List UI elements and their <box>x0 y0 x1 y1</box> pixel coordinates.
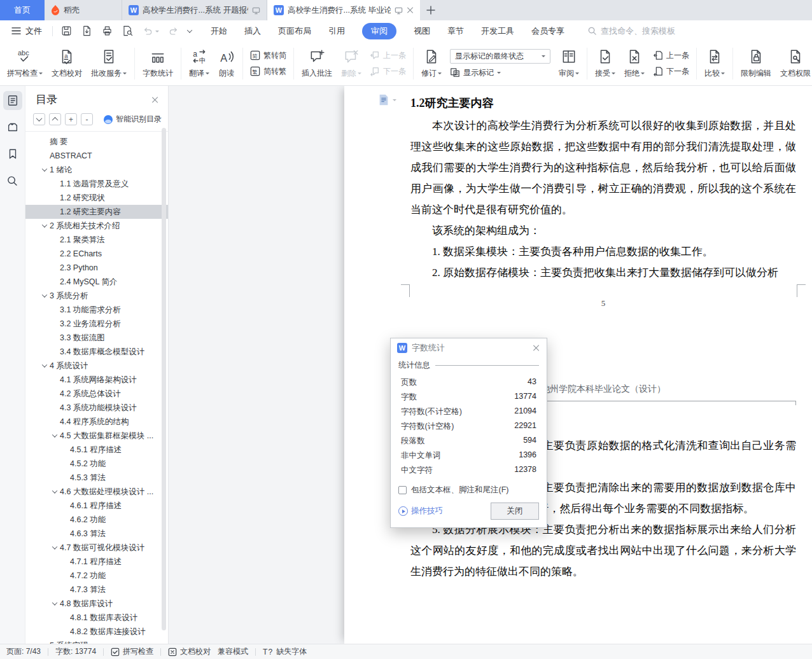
word-count-dialog-titlebar[interactable]: W 字数统计 <box>391 338 547 357</box>
menu-item-insert[interactable]: 插入 <box>244 25 261 37</box>
toc-item[interactable]: 5 系统实现 <box>25 639 168 644</box>
reject-change-button[interactable]: 拒绝 <box>620 43 649 84</box>
next-comment-button[interactable]: 下一条 <box>370 66 406 77</box>
paragraph-layout-button[interactable] <box>377 94 396 106</box>
tips-link[interactable]: 操作技巧 <box>398 506 443 517</box>
review-pane-button[interactable]: 审阅 <box>554 43 584 84</box>
next-change-button[interactable]: 下一条 <box>653 66 689 77</box>
print-button[interactable] <box>101 25 113 37</box>
toc-item[interactable]: 摘 要 <box>25 135 168 149</box>
toc-item[interactable]: 4.8 数据库设计 <box>25 597 168 611</box>
menu-item-page-layout[interactable]: 页面布局 <box>278 25 311 37</box>
toc-item[interactable]: 4.4 程序系统的结构 <box>25 415 168 429</box>
smart-recognize-toc-button[interactable]: 智能识别目录 <box>104 114 162 125</box>
delete-comment-button[interactable]: 删除 <box>337 43 366 84</box>
tab-docer[interactable]: 稻壳 <box>45 0 122 20</box>
simp-to-trad-button[interactable]: 繁 简转繁 <box>250 66 286 77</box>
toc-item[interactable]: 2.4 MySQL 简介 <box>25 275 168 289</box>
close-dialog-icon[interactable] <box>533 344 540 352</box>
customize-toolbar-chevron-icon[interactable] <box>188 29 192 33</box>
doc-proof-button[interactable]: a 文档校对 <box>47 43 87 84</box>
toc-item[interactable]: 4.7.1 程序描述 <box>25 555 168 569</box>
status-missing-font[interactable]: T? 缺失字体 <box>263 646 307 657</box>
show-markup-button[interactable]: 显示标记 <box>450 67 550 78</box>
toc-item[interactable]: 3 系统分析 <box>25 289 168 303</box>
toc-item[interactable]: 1.1 选题背景及意义 <box>25 177 168 191</box>
command-search[interactable]: 查找命令、搜索模板 <box>587 25 675 37</box>
toc-item[interactable]: 1.2 研究现状 <box>25 191 168 205</box>
toc-item[interactable]: 3.4 数据库概念模型设计 <box>25 345 168 359</box>
toc-collapse-chevron-icon[interactable] <box>50 434 60 438</box>
toc-item[interactable]: 4.7.2 功能 <box>25 569 168 583</box>
save-button[interactable] <box>60 25 73 37</box>
toc-item[interactable]: 4.1 系统网络架构设计 <box>25 373 168 387</box>
comments-panel-button[interactable] <box>3 118 22 137</box>
search-panel-button[interactable] <box>3 171 22 190</box>
close-dialog-button[interactable]: 关闭 <box>491 503 539 520</box>
menu-item-references[interactable]: 引用 <box>328 25 345 37</box>
close-toc-panel-icon[interactable] <box>151 96 159 104</box>
toc-item[interactable]: 4.6 大数据处理模块设计 ... <box>25 485 168 499</box>
collapse-level-button[interactable]: - <box>81 113 93 125</box>
tab-document-1[interactable]: W 高校学生消费行...系统 开题报告 <box>122 0 267 20</box>
word-count-button[interactable]: 字数统计 <box>138 43 178 84</box>
toc-item[interactable]: 3.2 业务流程分析 <box>25 317 168 331</box>
insert-comment-button[interactable]: 插入批注 <box>297 43 337 84</box>
toc-item[interactable]: 4.8.2 数据库连接设计 <box>25 625 168 639</box>
read-aloud-button[interactable]: A 朗读 <box>214 43 239 84</box>
toc-item[interactable]: ABSTRACT <box>25 149 168 163</box>
toc-item[interactable]: 4 系统设计 <box>25 359 168 373</box>
toc-item[interactable]: 4.2 系统总体设计 <box>25 387 168 401</box>
export-button[interactable] <box>81 25 93 37</box>
checkbox-icon[interactable] <box>398 486 407 494</box>
toc-collapse-chevron-icon[interactable] <box>50 602 60 606</box>
bookmark-panel-button[interactable] <box>3 144 22 163</box>
toc-collapse-chevron-icon[interactable] <box>39 364 50 368</box>
menu-item-review-active[interactable]: 审阅 <box>362 23 396 39</box>
redo-button[interactable] <box>167 25 179 37</box>
outline-panel-button[interactable] <box>3 91 22 110</box>
accept-change-button[interactable]: 接受 <box>591 43 620 84</box>
tab-document-2-active[interactable]: W 高校学生消费行...系统 毕业论文 <box>267 0 420 20</box>
toc-item[interactable]: 1 绪论 <box>25 163 168 177</box>
prev-comment-button[interactable]: 上一条 <box>370 50 406 61</box>
markup-state-dropdown[interactable]: 显示标记的最终状态 <box>450 49 550 64</box>
undo-button[interactable] <box>142 25 159 37</box>
doc-permission-button[interactable]: 文档权限 <box>776 43 812 84</box>
toc-item[interactable]: 4.3 系统功能模块设计 <box>25 401 168 415</box>
tab-home[interactable]: 首页 <box>0 0 45 20</box>
toc-item[interactable]: 4.6.2 功能 <box>25 513 168 527</box>
include-textbox-checkbox[interactable]: 包括文本框、脚注和尾注(F) <box>391 478 547 496</box>
toc-item[interactable]: 2 系统相关技术介绍 <box>25 219 168 233</box>
toc-collapse-chevron-icon[interactable] <box>50 546 60 550</box>
collapse-all-button[interactable] <box>49 113 61 125</box>
expand-level-button[interactable]: + <box>65 113 77 125</box>
toc-item[interactable]: 4.7.3 算法 <box>25 583 168 597</box>
toc-scrollbar[interactable] <box>162 128 166 630</box>
toc-item[interactable]: 4.7 数据可视化模块设计 <box>25 541 168 555</box>
restrict-editing-button[interactable]: 限制编辑 <box>736 43 776 84</box>
toc-item[interactable]: 4.6.1 程序描述 <box>25 499 168 513</box>
expand-all-button[interactable] <box>33 113 45 125</box>
compare-button[interactable]: 比较 <box>700 43 729 84</box>
toc-item[interactable]: 2.3 Python <box>25 261 168 275</box>
new-tab-button[interactable] <box>420 0 442 20</box>
menu-item-member[interactable]: 会员专享 <box>531 25 564 37</box>
toc-item[interactable]: 4.8.1 数据库表设计 <box>25 611 168 625</box>
file-menu-button[interactable]: 文件 <box>6 25 47 37</box>
spell-check-button[interactable]: abc 拼写检查 <box>3 43 47 84</box>
toc-item[interactable]: 3.3 数据流图 <box>25 331 168 345</box>
status-compat-mode[interactable]: 兼容模式 <box>218 646 248 657</box>
menu-item-start[interactable]: 开始 <box>211 25 227 37</box>
menu-item-dev-tools[interactable]: 开发工具 <box>481 25 514 37</box>
toc-collapse-chevron-icon[interactable] <box>50 490 60 494</box>
toc-item[interactable]: 4.5.3 算法 <box>25 471 168 485</box>
toc-item[interactable]: 3.1 功能需求分析 <box>25 303 168 317</box>
status-page-indicator[interactable]: 页面: 7/43 <box>6 646 41 657</box>
toc-item[interactable]: 4.5.2 功能 <box>25 457 168 471</box>
translate-button[interactable]: a中 翻译 <box>185 43 214 84</box>
print-preview-button[interactable] <box>122 25 134 37</box>
toc-item[interactable]: 2.2 ECharts <box>25 247 168 261</box>
status-spell-check[interactable]: 拼写检查 <box>111 646 153 657</box>
menu-item-view[interactable]: 视图 <box>414 25 430 37</box>
